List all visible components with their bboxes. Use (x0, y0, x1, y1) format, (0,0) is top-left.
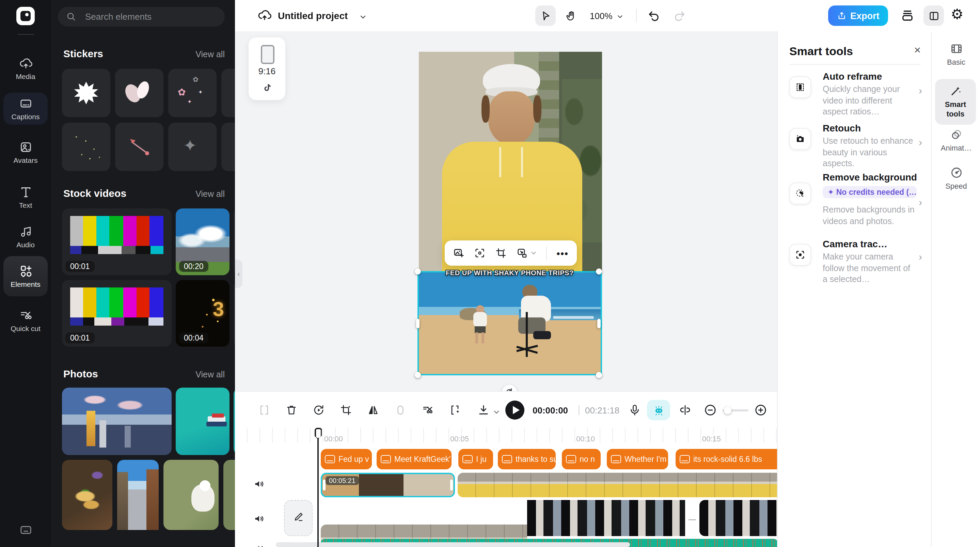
split-left-icon[interactable] (258, 404, 270, 416)
auto-reframe-item[interactable]: Auto reframe Quickly change your video i… (822, 71, 915, 118)
camera-tracking-item[interactable]: Camera trac… Make your camera follow the… (822, 238, 915, 285)
stock-videos-view-all[interactable]: View all (196, 189, 225, 199)
tab-smart-tools[interactable]: Smart tools (935, 79, 976, 124)
photo-puppy[interactable] (164, 460, 219, 530)
preview-video-top[interactable] (419, 52, 602, 271)
sidebar-item-captions[interactable]: Captions (3, 92, 48, 124)
photo-sea-boat[interactable] (176, 388, 229, 455)
aspect-ratio-card[interactable]: 9:16 (248, 37, 285, 100)
chevron-down-icon[interactable] (359, 13, 367, 21)
add-media-icon[interactable] (453, 247, 465, 259)
export-button[interactable]: Export (828, 5, 888, 26)
photo-street[interactable] (117, 460, 159, 530)
stock-video-gold-countdown[interactable]: 3 00:04 (176, 280, 229, 347)
sidebar-item-audio[interactable]: Audio (0, 225, 51, 249)
split-clip-icon[interactable] (679, 404, 691, 416)
more-options-button[interactable]: ••• (557, 247, 568, 258)
chevron-right-icon[interactable]: › (919, 196, 922, 208)
caption-clip[interactable]: its rock-solid 6.6 lbs (676, 449, 778, 469)
stock-video-colorbars-1[interactable]: 00:01 (62, 209, 172, 275)
sticker-thumb-butterfly[interactable] (115, 69, 164, 117)
tab-animation[interactable]: Animat… (932, 128, 980, 152)
caption-clip[interactable]: I ju (458, 449, 493, 469)
timeline-main-clip-3[interactable] (699, 500, 778, 536)
trim-handle-left[interactable] (323, 480, 326, 490)
play-button[interactable] (505, 400, 524, 419)
selection-handle-left[interactable] (416, 319, 420, 329)
mute-track-icon[interactable] (253, 513, 265, 525)
stock-video-mountain[interactable]: 00:20 (176, 209, 229, 275)
selection-handle-top-left[interactable] (415, 268, 421, 274)
tab-speed[interactable]: Speed (932, 166, 980, 190)
sticker-thumb-burst[interactable] (62, 69, 110, 117)
chevron-right-icon[interactable]: › (919, 136, 922, 148)
loop-play-icon[interactable] (313, 404, 325, 416)
tab-basic[interactable]: Basic (932, 42, 980, 66)
sidebar-item-elements[interactable]: Elements (3, 256, 48, 296)
close-panel-icon[interactable]: × (914, 44, 921, 57)
sidebar-item-quick-cut[interactable]: Quick cut (0, 309, 51, 332)
edit-track-button[interactable] (284, 500, 313, 536)
timeline-zoom-slider[interactable] (722, 410, 748, 411)
selection-handle-bottom-right[interactable] (596, 372, 602, 378)
render-queue-icon[interactable] (900, 8, 915, 22)
settings-gear-icon[interactable]: ⚙ (951, 6, 964, 22)
zoom-chevron-down-icon[interactable] (616, 13, 624, 21)
sticker-thumb-arrow[interactable] (115, 123, 164, 171)
sidebar-item-media[interactable]: Media (0, 57, 51, 80)
fit-expand-icon[interactable] (474, 247, 485, 259)
sticker-thumb-partial[interactable] (221, 69, 235, 117)
capcut-logo[interactable] (16, 7, 35, 25)
chevron-right-icon[interactable]: › (919, 251, 922, 262)
collapse-panel-handle[interactable]: ‹ (235, 260, 242, 288)
timeline-clip-overlay-2[interactable] (458, 473, 778, 497)
photo-city[interactable] (62, 388, 172, 455)
project-cloud-icon[interactable] (258, 8, 272, 22)
chevron-right-icon[interactable]: › (919, 85, 922, 96)
split-sparkle-icon[interactable] (449, 404, 461, 416)
zoom-level[interactable]: 100% (590, 11, 612, 21)
mute-track-icon[interactable] (253, 478, 265, 490)
sticker-thumb-petals[interactable]: ✿ ✿ ✦ ✦ (168, 69, 216, 117)
project-title[interactable]: Untitled project (278, 10, 348, 21)
playhead-line[interactable] (317, 429, 319, 547)
slider-knob[interactable] (724, 407, 732, 414)
photo-partial2[interactable] (223, 460, 235, 530)
redo-button[interactable] (673, 9, 686, 22)
hand-tool-button[interactable] (560, 5, 581, 26)
download-icon[interactable] (477, 404, 490, 416)
caption-clip[interactable]: thanks to su (498, 449, 556, 469)
search-input[interactable] (58, 7, 225, 27)
select-tool-button[interactable] (535, 5, 556, 26)
ai-assistant-button[interactable] (647, 400, 670, 420)
zoom-out-icon[interactable] (703, 403, 717, 417)
sticker-thumb-partial2[interactable] (221, 123, 235, 171)
keyboard-shortcuts-icon[interactable] (19, 523, 33, 537)
mask-icon[interactable] (394, 404, 407, 416)
stickers-view-all[interactable]: View all (196, 50, 225, 59)
crop-tool-icon[interactable] (340, 404, 352, 416)
selection-handle-right[interactable] (597, 319, 601, 329)
smart-split-icon[interactable] (422, 404, 434, 416)
timeline-main-clip-2[interactable] (527, 500, 685, 536)
zoom-in-icon[interactable] (754, 403, 767, 417)
preview-overlay-clip-selected[interactable] (417, 271, 602, 375)
delete-icon[interactable] (285, 404, 298, 416)
caption-clip[interactable]: Whether I'm (607, 449, 668, 469)
sidebar-item-text[interactable]: Text (0, 185, 51, 209)
caption-clip[interactable]: Meet KraftGeek' (377, 449, 452, 469)
crop-icon[interactable] (495, 247, 506, 259)
selection-handle-bottom-left[interactable] (415, 372, 421, 378)
photo-tacos[interactable] (62, 460, 112, 530)
photos-view-all[interactable]: View all (196, 370, 225, 380)
voiceover-mic-icon[interactable] (628, 404, 641, 416)
sticker-thumb-star[interactable]: ✦ (168, 123, 216, 171)
toggle-panel-button[interactable] (923, 5, 944, 26)
replace-media-group[interactable] (516, 247, 537, 259)
undo-button[interactable] (647, 9, 660, 22)
selection-handle-top-right[interactable] (596, 268, 602, 274)
timeline-horizontal-scrollbar[interactable] (276, 542, 630, 547)
caption-clip[interactable]: Fed up v (321, 449, 372, 469)
rotate-handle[interactable] (502, 385, 517, 391)
sidebar-item-avatars[interactable]: Avatars (0, 140, 51, 164)
